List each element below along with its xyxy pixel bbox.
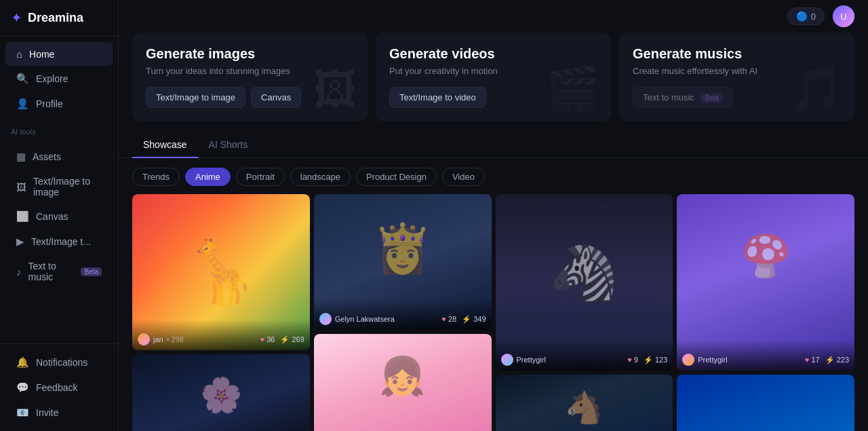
gallery-item-giraffe[interactable]: 🦒 jan • 298 ♥ 36 ⚡ (132, 194, 310, 350)
giraffe-user-avatar (138, 333, 150, 345)
sidebar-label-notifications: Notifications (36, 357, 87, 368)
text-image-to-video-button[interactable]: Text/Image to video (389, 87, 486, 108)
lightning-icon-3: ⚡ (644, 356, 653, 364)
sidebar-item-feedback[interactable]: 💬 Feedback (5, 375, 113, 400)
sidebar-item-text-video[interactable]: ▶ Text/Image t... (5, 229, 113, 254)
mushroom-overlay: Prettygirl ♥ 17 ⚡ 223 (677, 340, 854, 371)
gallery-item-anime-girl-blue[interactable]: 👸 Gelyn Lakwatsera ♥ 28 ⚡ 34 (314, 194, 492, 330)
lightning-icon: ⚡ (280, 335, 290, 344)
logo[interactable]: ✦ Dreamina (0, 0, 118, 36)
nav-bottom: 🔔 Notifications 💬 Feedback 📧 Invite (0, 343, 118, 431)
text-image-to-image-button[interactable]: Text/Image to image (146, 87, 245, 108)
filter-product-design[interactable]: Product Design (356, 168, 437, 186)
gallery-col-3: 🦓 Prettygirl ♥ 9 ⚡ 123 (496, 194, 673, 431)
anime-girl-stats: ♥ 28 ⚡ 349 (441, 315, 486, 324)
filter-video[interactable]: Video (442, 168, 485, 186)
assets-icon: ▦ (16, 151, 26, 163)
sidebar-item-text-music[interactable]: ♪ Text to music Beta (5, 255, 113, 288)
filter-portrait[interactable]: Portrait (236, 168, 285, 186)
giraffe-stats: ♥ 36 ⚡ 269 (260, 335, 304, 344)
sidebar-label-profile: Profile (36, 98, 63, 109)
filter-trends[interactable]: Trends (132, 168, 180, 186)
profile-icon: 👤 (16, 98, 29, 110)
ai-tools-section-label: AI tools (0, 122, 118, 138)
tabs-row: Showcase AI Shorts (119, 132, 868, 158)
mushroom-user: Prettygirl (682, 354, 727, 366)
sidebar-item-invite[interactable]: 📧 Invite (5, 400, 113, 425)
mushroom-likes: ♥ 17 (805, 356, 820, 364)
top-header: 🔵 0 U (119, 0, 868, 33)
sidebar-label-feedback: Feedback (36, 382, 77, 393)
text-to-music-button[interactable]: Text to music Beta (633, 87, 733, 108)
text-image-icon: 🖼 (16, 181, 26, 193)
gallery-item-zebra[interactable]: 🦓 Prettygirl ♥ 9 ⚡ 123 (496, 194, 673, 371)
logo-icon: ✦ (11, 10, 22, 26)
zebra-stats: ♥ 9 ⚡ 123 (627, 356, 667, 364)
anime-user-avatar (319, 313, 332, 325)
text-music-beta-badge: Beta (81, 267, 102, 276)
home-icon: ⌂ (16, 48, 22, 60)
avatar[interactable]: U (833, 5, 854, 27)
gallery-item-anime-girl-pink[interactable]: 👧 (314, 334, 492, 431)
music-beta-tag: Beta (701, 93, 723, 103)
giraffe-views: ⚡ 269 (280, 335, 304, 344)
lightning-icon-4: ⚡ (825, 356, 835, 364)
heart-icon-3: ♥ (627, 356, 632, 364)
zebra-user: Prettygirl (501, 354, 546, 366)
gallery-col-1: 🦒 jan • 298 ♥ 36 ⚡ (132, 194, 310, 431)
gallery-grid: 🦒 jan • 298 ♥ 36 ⚡ (119, 194, 868, 431)
gallery-item-horse-moon[interactable]: 🐴 (496, 375, 673, 431)
tab-ai-shorts[interactable]: AI Shorts (198, 132, 259, 158)
zebra-views: ⚡ 123 (644, 356, 667, 364)
generate-images-card: Generate images Turn your ideas into stu… (132, 33, 368, 121)
gallery-item-fairy[interactable]: 🧚 Prettygirl ♥ 17 ⚡ 309 (677, 375, 854, 431)
credits-icon: 🔵 (796, 11, 808, 22)
anime-views: ⚡ 349 (462, 315, 486, 324)
giraffe-overlay: jan • 298 ♥ 36 ⚡ 269 (132, 320, 310, 350)
main-content: 🔵 0 U Generate images Turn your ideas in… (119, 0, 868, 431)
generate-musics-title: Generate musics (633, 46, 841, 62)
gallery-item-flower-dark[interactable]: 🌸 (132, 354, 310, 431)
gallery-col-2: 👸 Gelyn Lakwatsera ♥ 28 ⚡ 34 (314, 194, 492, 431)
sidebar: ✦ Dreamina ⌂ Home 🔍 Explore 👤 Profile AI… (0, 0, 119, 431)
sidebar-label-text-video: Text/Image t... (31, 236, 91, 247)
zebra-overlay: Prettygirl ♥ 9 ⚡ 123 (496, 340, 673, 371)
gallery-item-mushroom-girl[interactable]: 🍄 Prettygirl ♥ 17 ⚡ 223 (677, 194, 854, 371)
sidebar-item-notifications[interactable]: 🔔 Notifications (5, 350, 113, 375)
invite-icon: 📧 (16, 407, 29, 419)
zebra-username: Prettygirl (517, 356, 546, 364)
zebra-user-avatar (501, 354, 513, 366)
sidebar-item-explore[interactable]: 🔍 Explore (5, 67, 113, 91)
giraffe-user: jan • 298 (138, 333, 184, 345)
heart-icon-4: ♥ (805, 356, 810, 364)
sidebar-label-assets: Assets (33, 151, 61, 162)
card-bg-icon-musics: 🎵 (789, 64, 844, 115)
generate-videos-card: Generate videos Put your creativity in m… (376, 33, 611, 121)
anime-username: Gelyn Lakwatsera (335, 315, 395, 323)
sidebar-item-profile[interactable]: 👤 Profile (5, 92, 113, 116)
canvas-button[interactable]: Canvas (251, 87, 301, 108)
sidebar-item-home[interactable]: ⌂ Home (5, 42, 113, 66)
anime-likes: ♥ 28 (441, 315, 456, 323)
nav-main: ⌂ Home 🔍 Explore 👤 Profile (0, 36, 118, 122)
filter-landscape[interactable]: landscape (290, 168, 351, 186)
mushroom-username: Prettygirl (698, 356, 727, 364)
giraffe-user-num: • 298 (167, 335, 184, 343)
notifications-icon: 🔔 (16, 356, 29, 369)
anime-girl-user: Gelyn Lakwatsera (319, 313, 395, 325)
mushroom-views: ⚡ 223 (825, 356, 849, 364)
tab-showcase[interactable]: Showcase (132, 132, 198, 158)
generate-musics-card: Generate musics Create music effortlessl… (619, 33, 854, 121)
sidebar-item-canvas[interactable]: ⬜ Canvas (5, 204, 113, 229)
text-music-icon: ♪ (16, 266, 22, 278)
filter-anime[interactable]: Anime (185, 168, 231, 186)
giraffe-username: jan (153, 335, 163, 343)
generate-videos-title: Generate videos (389, 46, 597, 62)
credits-badge: 🔵 0 (787, 7, 825, 25)
feature-cards-row: Generate images Turn your ideas into stu… (119, 33, 868, 132)
mushroom-user-avatar (682, 354, 694, 366)
card-bg-icon-images: 🖼 (313, 64, 357, 115)
heart-icon-2: ♥ (441, 315, 446, 323)
sidebar-item-text-image[interactable]: 🖼 Text/Image to image (5, 170, 113, 204)
sidebar-item-assets[interactable]: ▦ Assets (5, 145, 113, 169)
